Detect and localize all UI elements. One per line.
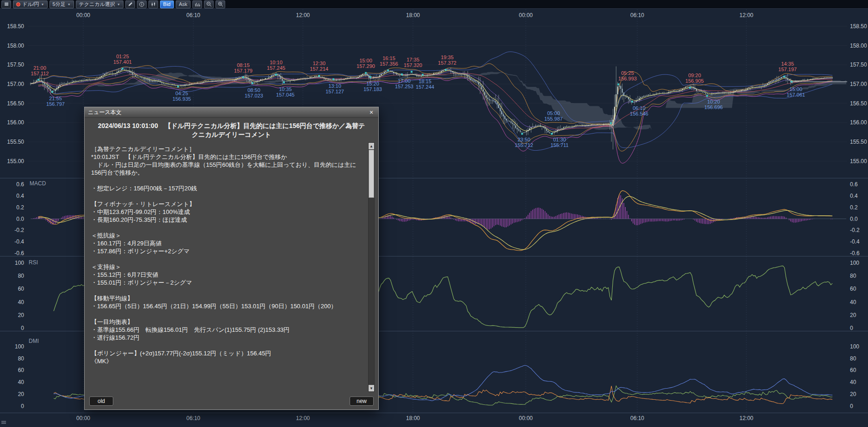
news-line: ＜抵抗線＞: [91, 232, 363, 239]
ask-label: Ask: [179, 2, 187, 7]
bid-label: Bid: [163, 2, 171, 7]
swing-marker: [551, 133, 553, 135]
swing-marker: [51, 91, 53, 93]
dmi-panel-label: DMI: [29, 338, 39, 344]
indicator-button[interactable]: [192, 0, 202, 8]
scroll-up-arrow-icon[interactable]: ▲: [369, 143, 374, 149]
swing-marker: [37, 79, 39, 81]
swing-marker: [365, 72, 367, 74]
histogram-icon: [195, 2, 200, 7]
swing-marker: [706, 95, 708, 97]
news-line: *10:01JST 【ドル円テクニカル分析】目先的には主に156円台で推移か: [91, 153, 363, 161]
bottom-menu-icon[interactable]: [1, 418, 6, 426]
news-line: [91, 224, 363, 232]
technical-select-button[interactable]: テクニカル選択 ▼: [76, 0, 123, 8]
news-line: ・160.17円：4月29日高値: [91, 239, 363, 247]
news-line: [91, 255, 363, 263]
close-icon[interactable]: ×: [368, 109, 375, 116]
news-line: ・基準線155.66円 転換線156.01円 先行スパン(1)155.75円 (…: [91, 326, 363, 334]
news-line: ・155.12円：6月7日安値: [91, 271, 363, 279]
pair-label: ドル/円: [22, 2, 39, 7]
swing-marker: [521, 133, 523, 135]
swing-marker: [242, 76, 244, 78]
news-line: ・遅行線156.72円: [91, 334, 363, 342]
news-line: [91, 310, 363, 318]
info-icon: [139, 2, 144, 7]
draw-line-button[interactable]: [125, 0, 135, 8]
news-line: 《MK》: [91, 357, 363, 365]
zoom-out-button[interactable]: [204, 0, 214, 8]
news-dialog-titlebar[interactable]: ニュース本文 ×: [85, 107, 378, 118]
menu-icon: [4, 2, 9, 6]
news-line: ［為替テクニカルデイリーコメント］: [91, 145, 363, 153]
swing-marker: [631, 101, 633, 103]
bid-button[interactable]: Bid: [160, 0, 174, 8]
news-headline: 2024/06/13 10:01:00 【ドル円テクニカル分析】目先的には主に1…: [97, 122, 366, 139]
new-button[interactable]: new: [350, 396, 374, 406]
zoom-in-icon: [218, 1, 223, 7]
ask-button[interactable]: Ask: [176, 0, 191, 8]
trading-app-window: ドル/円 ▼ 5分足 ▼ テクニカル選択 ▼ Bid Ask 158.50158…: [0, 0, 868, 427]
chevron-down-icon: ▼: [41, 3, 44, 6]
zoom-out-icon: [206, 1, 212, 7]
swing-marker: [422, 74, 424, 76]
swing-marker: [318, 75, 320, 77]
news-line: ドル・円は日足の一目均衡表の基準線（155円60銭台）を大幅に上回っており、目先…: [91, 161, 363, 177]
macd-panel-label: MACD: [30, 180, 46, 187]
news-line: 【ボリンジャー】(+2σ)157.77円(-2σ)155.12円（ミッド）156…: [91, 349, 363, 357]
news-line: ＜支持線＞: [91, 263, 363, 271]
swing-marker: [617, 84, 619, 85]
timeframe-select[interactable]: 5分足 ▼: [49, 0, 74, 8]
chevron-down-icon: ▼: [117, 3, 120, 6]
swing-marker: [275, 74, 277, 76]
news-dialog: ニュース本文 × 2024/06/13 10:01:00 【ドル円テクニカル分析…: [84, 107, 379, 410]
scrollbar[interactable]: ▲ ▼: [368, 142, 375, 392]
news-scroll-area[interactable]: ［為替テクニカルデイリーコメント］*10:01JST 【ドル円テクニカル分析】目…: [85, 142, 378, 393]
news-line: 【一目均衡表】: [91, 318, 363, 326]
swing-marker: [252, 82, 253, 84]
news-dialog-title: ニュース本文: [88, 109, 122, 116]
timeframe-label: 5分足: [53, 2, 66, 7]
swing-marker: [387, 69, 389, 71]
swing-marker: [401, 73, 403, 75]
scroll-down-arrow-icon[interactable]: ▼: [369, 385, 374, 391]
pencil-icon: [128, 2, 133, 7]
news-dialog-footer: old new: [85, 393, 378, 409]
swing-marker: [177, 85, 179, 87]
news-line: 【移動平均線】: [91, 294, 363, 302]
swing-marker: [332, 78, 334, 80]
rsi-panel-label: RSI: [29, 259, 38, 266]
news-line: ・157.86円：ボリンジャー+2シグマ: [91, 247, 363, 255]
swing-marker: [283, 81, 285, 83]
candlestick-icon: [151, 2, 156, 7]
info-button[interactable]: [137, 0, 147, 8]
zoom-in-button[interactable]: [215, 0, 225, 8]
chevron-down-icon: ▼: [68, 3, 71, 6]
swing-marker: [369, 76, 371, 78]
old-button[interactable]: old: [89, 396, 113, 406]
news-line: ・想定レンジ：156円00銭－157円20銭: [91, 184, 363, 192]
swing-marker: [122, 68, 123, 70]
currency-pair-select[interactable]: ドル/円 ▼: [13, 0, 48, 8]
news-line: [91, 177, 363, 184]
swing-marker: [411, 71, 412, 73]
news-line: [91, 287, 363, 294]
scrollbar-thumb[interactable]: [369, 150, 374, 198]
news-line: ・長期160.20円-75.35円：ほぼ達成: [91, 216, 363, 224]
chart-type-button[interactable]: [148, 0, 158, 8]
pair-flag-icon: [16, 2, 20, 6]
news-body: ［為替テクニカルデイリーコメント］*10:01JST 【ドル円テクニカル分析】目…: [91, 145, 363, 365]
swing-marker: [783, 76, 785, 78]
toolbar: ドル/円 ▼ 5分足 ▼ テクニカル選択 ▼ Bid Ask: [0, 0, 868, 9]
news-line: ・156.65円（5日）156.45円（21日）154.99円（55日）153.…: [91, 302, 363, 310]
news-line: [91, 192, 363, 200]
news-line: ・中期123.67円-99.02円：100%達成: [91, 208, 363, 216]
app-menu-button[interactable]: [1, 0, 11, 8]
technical-label: テクニカル選択: [79, 2, 115, 7]
news-line: ・155.01円：ボリンジャー－2シグマ: [91, 279, 363, 287]
news-line: [91, 342, 363, 349]
swing-marker: [610, 122, 612, 124]
swing-marker: [689, 87, 691, 89]
swing-marker: [445, 69, 447, 71]
news-line: 【フィボナッチ・リトレースメント】: [91, 200, 363, 208]
